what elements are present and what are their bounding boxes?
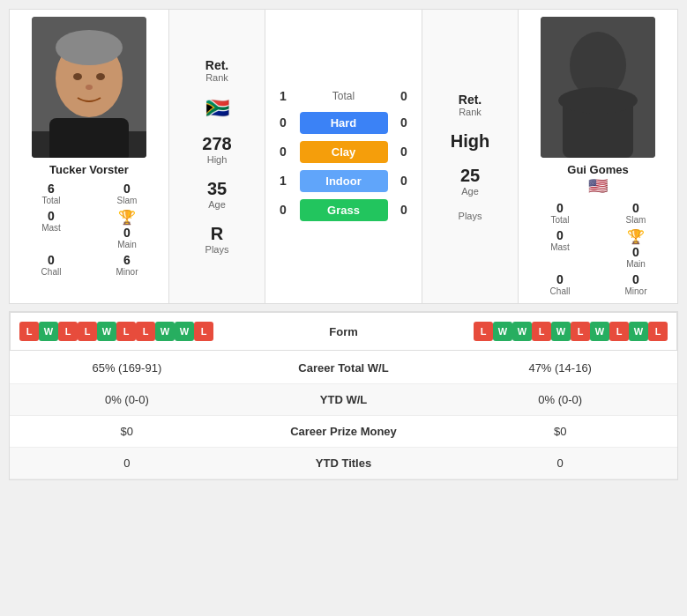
player-right-stats: 0 Total 0 Slam 0 Mast 🏆 0 Main 0 (526, 201, 670, 296)
right-mast-value: 0 (556, 228, 564, 242)
form-badge-right: L (474, 322, 493, 341)
player-left: Tucker Vorster 6 Total 0 Slam 0 Mast 🏆 0 (10, 10, 168, 303)
left-chall-value: 0 (48, 253, 55, 267)
bottom-section: LWLLWLLWWL Form LWWLWLWLWL 65% (169-91)C… (9, 311, 678, 480)
left-trophy-icon: 🏆 (118, 209, 136, 226)
left-plays-label: Plays (205, 244, 229, 255)
right-rank-block: Ret. Rank (459, 93, 482, 117)
right-age-label: Age (460, 186, 480, 197)
form-badge-left: L (136, 322, 155, 341)
left-high-value: 278 (202, 134, 231, 154)
left-chall-cell: 0 Chall (17, 253, 86, 277)
right-slam-value: 0 (632, 201, 639, 215)
surface-hard-row: 0 Hard 0 (273, 112, 414, 134)
main-container: Tucker Vorster 6 Total 0 Slam 0 Mast 🏆 0 (0, 0, 687, 489)
surface-section: 1 Total 0 0 Hard 0 0 Clay 0 1 Indoor 0 (265, 10, 422, 303)
form-badge-right: W (551, 322, 571, 341)
svg-point-5 (73, 73, 82, 80)
hard-right-score: 0 (393, 115, 414, 130)
indoor-button[interactable]: Indoor (300, 170, 388, 192)
left-mast-label: Mast (41, 223, 61, 233)
left-age-block: 35 Age (207, 179, 227, 210)
career-stat-right-value: 0 (452, 456, 668, 470)
player-left-name: Tucker Vorster (49, 163, 129, 176)
form-badge-right: W (629, 322, 648, 341)
form-badge-left: W (97, 322, 116, 341)
left-flag: 🇿🇦 (205, 97, 229, 120)
right-trophy-icon: 🏆 (627, 228, 645, 245)
career-stat-left-value: 0% (0-0) (19, 393, 235, 406)
right-total-value: 0 (556, 201, 564, 215)
grass-right-score: 0 (393, 203, 414, 217)
left-minor-cell: 6 Minor (93, 253, 161, 277)
career-stat-right-value: 0% (0-0) (452, 393, 668, 406)
form-badge-left: W (39, 322, 58, 341)
right-rank-ret: Ret. (459, 93, 482, 107)
form-badge-right: L (571, 322, 590, 341)
indoor-left-score: 1 (273, 174, 294, 188)
left-main-label: Main (117, 240, 137, 249)
player-right-silhouette (541, 17, 655, 158)
right-high-block: High (451, 131, 489, 152)
career-stat-label: Career Prize Money (235, 425, 452, 438)
left-rank-ret: Ret. (205, 58, 228, 72)
left-rank-label: Rank (205, 72, 228, 83)
left-chall-label: Chall (41, 267, 62, 277)
form-badge-left: L (19, 322, 39, 341)
left-age-label: Age (207, 199, 227, 210)
form-badge-left: L (116, 322, 136, 341)
form-left: LWLLWLLWWL (19, 322, 235, 341)
surface-grass-row: 0 Grass 0 (273, 199, 414, 221)
left-total-label: Total (41, 196, 60, 205)
right-main-value: 0 (632, 245, 639, 259)
hard-button[interactable]: Hard (300, 112, 388, 134)
right-rank-label: Rank (459, 107, 482, 117)
clay-left-score: 0 (273, 145, 294, 159)
form-badge-right: W (493, 322, 512, 341)
clay-button[interactable]: Clay (300, 141, 388, 163)
form-badge-left: L (58, 322, 78, 341)
form-badge-left: L (78, 322, 97, 341)
right-age-value: 25 (460, 166, 480, 186)
right-chall-label: Chall (550, 286, 571, 296)
career-stat-left-value: 65% (169-91) (19, 361, 235, 375)
surface-clay-row: 0 Clay 0 (273, 141, 414, 163)
total-left-score: 1 (273, 89, 294, 103)
form-badge-right: L (532, 322, 551, 341)
form-badge-left: W (175, 322, 194, 341)
indoor-right-score: 0 (393, 174, 414, 188)
right-main-label: Main (626, 259, 646, 269)
right-trophy-cell: 🏆 0 Main (601, 228, 670, 269)
career-stat-left-value: 0 (19, 456, 235, 470)
left-plays-value: R (205, 224, 229, 244)
player-right-photo (541, 17, 655, 158)
left-slam-value: 0 (123, 182, 131, 196)
svg-point-2 (56, 30, 123, 65)
form-row: LWLLWLLWWL Form LWWLWLWLWL (10, 312, 677, 351)
left-main-value: 0 (123, 226, 131, 240)
left-trophy-cell: 🏆 0 Main (93, 209, 161, 249)
right-minor-label: Minor (624, 286, 646, 296)
right-chall-cell: 0 Chall (526, 272, 594, 296)
svg-point-11 (558, 87, 638, 114)
right-mast-label: Mast (550, 242, 570, 252)
right-minor-value: 0 (632, 272, 639, 286)
right-plays-label: Plays (459, 211, 482, 221)
form-badge-left: W (155, 322, 175, 341)
right-age-block: 25 Age (460, 166, 480, 197)
grass-button[interactable]: Grass (300, 199, 388, 221)
player-left-photo (32, 17, 146, 158)
surface-indoor-row: 1 Indoor 0 (273, 170, 414, 192)
form-label: Form (235, 325, 452, 338)
right-slam-cell: 0 Slam (601, 201, 670, 225)
left-total-cell: 6 Total (17, 182, 86, 205)
form-badge-right: L (648, 322, 668, 341)
right-flag-icon: 🇺🇸 (588, 177, 608, 195)
career-stat-label: YTD Titles (235, 456, 452, 470)
career-stat-row: $0Career Prize Money$0 (10, 416, 677, 448)
career-stat-left-value: $0 (19, 425, 235, 438)
form-badge-right: L (609, 322, 629, 341)
right-total-label: Total (550, 215, 569, 225)
right-plays-block: Plays (459, 211, 482, 221)
player-right-name: Gui Gomes 🇺🇸 (567, 163, 628, 196)
